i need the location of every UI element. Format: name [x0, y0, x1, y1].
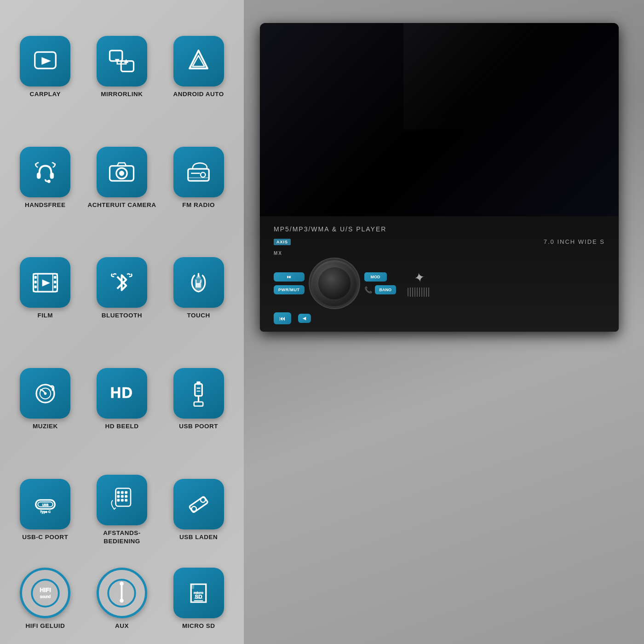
usb-laden-label: USB LADEN: [179, 533, 218, 541]
aux-label: AUX: [115, 622, 129, 630]
muziek-icon: [30, 379, 60, 408]
pwr-mut-button[interactable]: PWR/MUT: [274, 285, 305, 294]
usb-laden-icon: [184, 489, 213, 519]
screen-shine: [403, 23, 619, 129]
aux-icon: [107, 578, 137, 608]
mod-button[interactable]: MOD: [364, 272, 387, 282]
feature-aux: AUX: [86, 568, 157, 630]
svg-marker-27: [42, 280, 50, 286]
usb-poort-icon-box: [173, 368, 224, 419]
feature-handsfree: HANDSFREE: [10, 147, 81, 209]
svg-rect-8: [37, 173, 40, 179]
svg-rect-23: [34, 286, 37, 288]
fm-radio-icon: [184, 157, 213, 187]
left-buttons: ⏭ PWR/MUT: [274, 272, 305, 294]
device-body: MP5/MP3/WMA & U/S PLAYER AXIS 7.0 INCH W…: [260, 23, 619, 332]
svg-rect-47: [125, 491, 127, 494]
hifi-icon-box: HIFI sound: [20, 568, 70, 618]
mirrorlink-label: MIRRORLINK: [101, 90, 143, 98]
svg-rect-51: [117, 499, 120, 501]
camera-icon: [107, 157, 137, 187]
handsfree-icon: [30, 157, 60, 187]
usb-c-icon-box: USB Type C: [20, 479, 70, 529]
feature-android-auto: ANDROID AUTO: [163, 36, 234, 98]
feature-usb-poort: USB POORT: [163, 368, 234, 431]
svg-text:USB: USB: [42, 503, 48, 506]
camera-label: ACHTERUIT CAMERA: [87, 201, 156, 209]
mirrorlink-icon-box: [97, 36, 147, 86]
feature-usb-laden: USB LADEN: [163, 479, 234, 541]
micro-sd-icon-box: micro SD: [173, 568, 224, 618]
display-dots: [408, 288, 431, 297]
bano-row: 📞 BANO: [364, 285, 397, 294]
svg-rect-26: [54, 286, 56, 288]
far-right-decor: ✦: [408, 270, 431, 297]
svg-point-56: [201, 497, 205, 502]
film-icon-box: [20, 257, 70, 308]
next-track-button[interactable]: ⏭: [274, 272, 305, 282]
feature-touch: TOUCH: [163, 257, 234, 320]
film-label: FILM: [38, 311, 53, 320]
bottom-row: ⏮ ◀: [269, 309, 610, 324]
feature-muziek: MUZIEK: [10, 368, 81, 431]
feature-micro-sd: micro SD MICRO SD: [163, 568, 234, 630]
phone-icon: 📞: [364, 286, 372, 293]
svg-text:HIFI: HIFI: [40, 586, 51, 593]
screen-area: [260, 23, 619, 216]
hd-icon-box: HD: [97, 368, 147, 419]
svg-text:sound: sound: [40, 594, 51, 599]
svg-point-10: [47, 180, 51, 183]
brand-bar: AXIS 7.0 INCH WIDE S: [269, 236, 610, 247]
svg-rect-45: [117, 491, 120, 494]
carplay-icon: [30, 46, 60, 76]
svg-point-62: [120, 599, 124, 603]
svg-rect-21: [34, 276, 37, 278]
svg-rect-37: [194, 402, 203, 406]
usb-poort-label: USB POORT: [179, 422, 218, 431]
micro-sd-label: MICRO SD: [182, 622, 215, 630]
mx-badge: MX: [274, 251, 282, 256]
svg-point-13: [120, 171, 124, 176]
feature-usb-c: USB Type C USB-C POORT: [10, 479, 81, 541]
svg-text:Type C: Type C: [40, 510, 51, 513]
right-panel: MP5/MP3/WMA & U/S PLAYER AXIS 7.0 INCH W…: [244, 0, 644, 644]
svg-point-16: [201, 172, 205, 177]
carplay-icon-box: [20, 36, 70, 86]
svg-rect-48: [117, 495, 120, 497]
controls-area: MP5/MP3/WMA & U/S PLAYER AXIS 7.0 INCH W…: [260, 216, 619, 332]
fm-radio-label: FM RADIO: [182, 201, 215, 209]
touch-label: TOUCH: [187, 311, 210, 320]
film-icon: [30, 268, 60, 298]
svg-rect-53: [125, 499, 127, 501]
bano-button[interactable]: BANO: [375, 285, 397, 294]
muziek-label: MUZIEK: [33, 422, 58, 431]
usb-poort-icon: [184, 379, 213, 408]
volume-knob[interactable]: [311, 260, 357, 306]
svg-rect-46: [121, 491, 124, 494]
feature-carplay: CARPLAY: [10, 36, 81, 98]
hifi-label: HIFI GELUID: [25, 622, 65, 630]
svg-rect-24: [54, 276, 56, 278]
remote-label: AFSTANDS- BEDIENING: [86, 529, 157, 545]
svg-point-55: [192, 506, 196, 511]
handsfree-icon-box: [20, 147, 70, 197]
svg-rect-22: [34, 281, 37, 283]
model-text: MP5/MP3/WMA & U/S PLAYER: [274, 225, 386, 233]
media-button[interactable]: ◀: [298, 314, 311, 323]
handsfree-label: HANDSFREE: [25, 201, 66, 209]
feature-mirrorlink: MIRRORLINK: [86, 36, 157, 98]
feature-hifi: HIFI sound HIFI GELUID: [10, 568, 81, 630]
buttons-row: ⏭ PWR/MUT MOD 📞 BANO ✦: [269, 258, 610, 309]
android-auto-label: ANDROID AUTO: [173, 90, 224, 98]
bluetooth-label: BLUETOOTH: [102, 311, 142, 320]
axis-badge: AXIS: [274, 239, 291, 245]
hifi-icon: HIFI sound: [30, 578, 60, 608]
features-panel: CARPLAY MIRRORLINK ANDROID AUTO: [0, 0, 244, 644]
feature-fm-radio: FM RADIO: [163, 147, 234, 209]
prev-button[interactable]: ⏮: [274, 312, 291, 324]
usb-c-icon: USB Type C: [30, 489, 60, 519]
usb-laden-icon-box: [173, 479, 224, 529]
svg-rect-50: [125, 495, 127, 497]
svg-rect-34: [195, 384, 202, 396]
device-reflection: [269, 333, 610, 351]
